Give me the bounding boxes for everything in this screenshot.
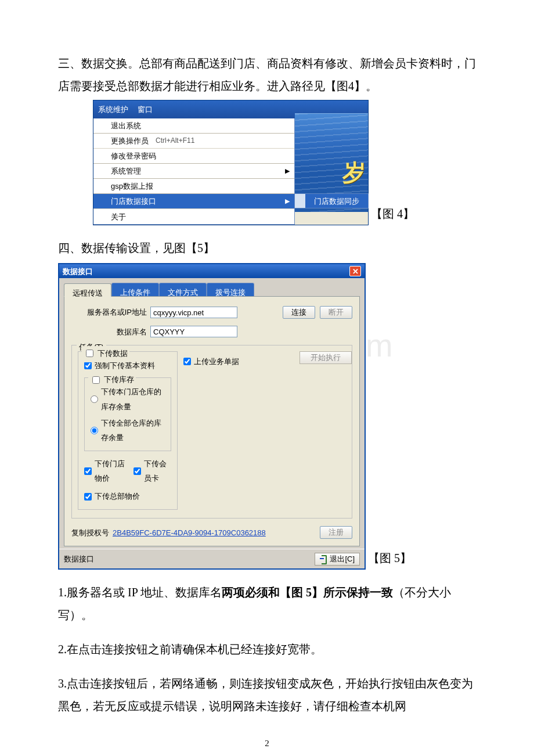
- checkbox-download-data[interactable]: [86, 350, 93, 357]
- label: 下传全部仓库的库存余量: [101, 416, 165, 445]
- checkbox-upload-business[interactable]: 上传业务单据: [183, 354, 276, 369]
- page-number: 2: [58, 735, 476, 752]
- download-data-group: 下传数据 强制下传基本资料 下传库存: [78, 351, 178, 510]
- tab-remote-transfer[interactable]: 远程传送: [64, 283, 111, 297]
- menu-label: gsp数据上报: [111, 179, 153, 193]
- dialog-title: 数据接口: [63, 264, 93, 279]
- radio-all-stock[interactable]: 下传全部仓库的库存余量: [91, 416, 165, 445]
- banner-char: 岁: [342, 150, 366, 195]
- menu-label: 系统管理: [111, 164, 141, 178]
- tab-dialup[interactable]: 拨号连接: [207, 283, 254, 296]
- note-1: 1.服务器名或 IP 地址、数据库名两项必须和【图 5】所示保持一致（不分大小写…: [58, 581, 476, 627]
- menu-item-about[interactable]: 关于: [93, 209, 294, 224]
- menu-window[interactable]: 窗口: [138, 102, 153, 117]
- register-button[interactable]: 注册: [320, 526, 352, 539]
- exit-label: 退出[C]: [330, 552, 355, 566]
- submenu-arrow-icon: ▶: [285, 165, 290, 177]
- label: 下传门店物价: [95, 456, 128, 486]
- label: 下传库存: [104, 372, 134, 387]
- download-stock-legend: 下传库存: [88, 372, 136, 388]
- figure-5-dialog: 数据接口 ✕ 远程传送 上传条件 文件方式 拨号连接 服务器名或IP地址 连接 …: [58, 263, 366, 570]
- submenu: 门店数据同步: [294, 193, 369, 208]
- menu-label: 门店数据接口: [111, 194, 156, 208]
- paragraph-section4: 四、数据传输设置，见图【5】: [58, 237, 476, 260]
- menu-label: 修改登录密码: [111, 149, 156, 163]
- label: 下传数据: [98, 346, 128, 361]
- menu-item-system-management[interactable]: 系统管理 ▶: [93, 164, 294, 179]
- note-3: 3.点击连接按钮后，若网络通畅，则连接按钮变成灰色，开始执行按钮由灰色变为黑色，…: [58, 672, 476, 718]
- checkbox-hq-price[interactable]: 下传总部物价: [84, 489, 171, 503]
- paragraph-section3: 三、数据交换。总部有商品配送到门店、商品资料有修改、新增会员卡资料时，门店需要接…: [58, 52, 476, 98]
- menu-item-switch-operator[interactable]: 更换操作员 Ctrl+Alt+F11: [93, 134, 294, 149]
- close-icon[interactable]: ✕: [349, 266, 361, 276]
- checkbox-store-price[interactable]: 下传门店物价: [84, 456, 128, 486]
- input-database[interactable]: [150, 326, 237, 337]
- figure-4-menu: 系统维护 窗口 岁 退出系统 更换操作员 Ctrl+Alt+F11 修改登录密码…: [93, 100, 369, 225]
- menu-label: 更换操作员: [111, 134, 149, 148]
- dialog-titlebar: 数据接口 ✕: [59, 264, 365, 278]
- menu-item-change-password[interactable]: 修改登录密码: [93, 149, 294, 164]
- checkbox-download-stock[interactable]: [92, 376, 100, 384]
- menu-item-store-data-interface[interactable]: 门店数据接口 ▶ 门店数据同步: [93, 194, 294, 209]
- label: 下传本门店仓库的库存余量: [101, 384, 165, 414]
- tab-bar: 远程传送 上传条件 文件方式 拨号连接: [64, 283, 360, 297]
- submenu-arrow-icon: ▶: [285, 195, 290, 207]
- download-data-legend: 下传数据: [82, 346, 129, 362]
- exit-icon: [320, 555, 327, 563]
- exit-button[interactable]: 退出[C]: [315, 553, 360, 566]
- tab-upload-conditions[interactable]: 上传条件: [111, 283, 159, 296]
- menu-item-exit[interactable]: 退出系统: [93, 118, 294, 134]
- connect-button[interactable]: 连接: [283, 306, 315, 319]
- auth-label: 复制授权号: [71, 525, 109, 540]
- status-text: 数据接口: [64, 552, 94, 566]
- start-execute-button[interactable]: 开始执行: [300, 351, 352, 364]
- label-database: 数据库名: [71, 325, 147, 339]
- download-stock-group: 下传库存 下传本门店仓库的库存余量 下传全部仓库的库存余量: [84, 377, 171, 451]
- label: 上传业务单据: [194, 354, 239, 369]
- tab-file-mode[interactable]: 文件方式: [159, 283, 207, 296]
- figure-5-label: 【图 5】: [368, 547, 412, 570]
- label: 下传会员卡: [144, 456, 171, 486]
- menu-shortcut: Ctrl+Alt+F11: [156, 134, 194, 147]
- menu-item-gsp-upload[interactable]: gsp数据上报: [93, 179, 294, 194]
- auth-row: 复制授权号 2B4B59FC-6D7E-4DA9-9094-1709C03621…: [71, 525, 352, 540]
- dropdown-menu: 退出系统 更换操作员 Ctrl+Alt+F11 修改登录密码 系统管理 ▶ gs…: [93, 118, 295, 225]
- task-fieldset: 任务(T) 下传数据 强制下传基本资料: [71, 345, 352, 519]
- menu-label: 退出系统: [111, 118, 141, 133]
- figure-4-label: 【图 4】: [371, 203, 414, 225]
- submenu-item-store-data-sync[interactable]: 门店数据同步: [295, 194, 368, 208]
- label: 下传总部物价: [95, 489, 140, 503]
- disconnect-button[interactable]: 断开: [320, 306, 352, 319]
- note-2: 2.在点击连接按钮之前请确保本机已经连接好宽带。: [58, 638, 476, 661]
- tab-pane-remote: 服务器名或IP地址 连接 断开 数据库名 任务(T): [64, 297, 360, 546]
- menu-system[interactable]: 系统维护: [98, 102, 128, 117]
- menu-label: 关于: [111, 210, 126, 224]
- auth-code-link[interactable]: 2B4B59FC-6D7E-4DA9-9094-1709C0362188: [113, 525, 266, 540]
- radio-store-stock[interactable]: 下传本门店仓库的库存余量: [91, 384, 165, 414]
- checkbox-member-card[interactable]: 下传会员卡: [134, 456, 171, 486]
- dialog-statusbar: 数据接口 退出[C]: [59, 549, 365, 568]
- input-server[interactable]: [150, 307, 237, 318]
- label-server: 服务器名或IP地址: [71, 305, 147, 319]
